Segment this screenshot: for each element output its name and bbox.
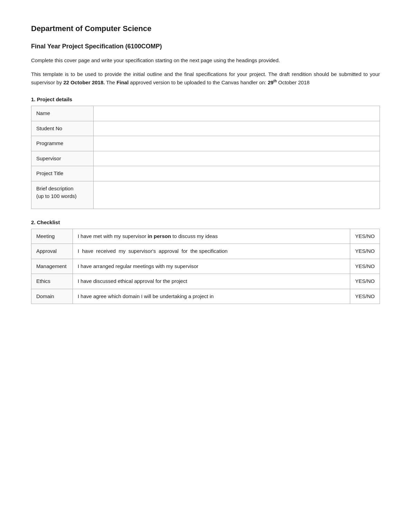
table-row: Project Title — [31, 166, 380, 181]
table-row: Management I have arranged regular meeti… — [31, 259, 380, 274]
intro2-text4: October 2018 — [277, 79, 309, 85]
checklist-label-meeting: Meeting — [31, 229, 73, 244]
page-title: Department of Computer Science — [31, 24, 380, 33]
intro-paragraph-2: This template is to be used to provide t… — [31, 70, 380, 87]
table-row: Brief description(up to 100 words) — [31, 181, 380, 209]
field-value-studentno[interactable] — [94, 121, 380, 136]
checklist-status-ethics: YES/NO — [350, 274, 380, 289]
field-label-name: Name — [31, 106, 94, 121]
table-row: Approval I have received my supervisor's… — [31, 244, 380, 259]
field-value-name[interactable] — [94, 106, 380, 121]
field-value-project-title[interactable] — [94, 166, 380, 181]
section2-heading: 2. Checklist — [31, 219, 380, 225]
checklist-desc-domain: I have agree which domain I will be unde… — [73, 289, 350, 304]
checklist-label-approval: Approval — [31, 244, 73, 259]
field-label-description: Brief description(up to 100 words) — [31, 181, 94, 209]
checklist-label-ethics: Ethics — [31, 274, 73, 289]
checklist-status-meeting: YES/NO — [350, 229, 380, 244]
project-details-table: Name Student No Programme Supervisor Pro… — [31, 106, 380, 209]
table-row: Programme — [31, 136, 380, 151]
checklist-status-domain: YES/NO — [350, 289, 380, 304]
field-value-programme[interactable] — [94, 136, 380, 151]
field-value-supervisor[interactable] — [94, 151, 380, 166]
section1-heading: 1. Project details — [31, 96, 380, 102]
intro2-text3: approved version to be uploaded to the C… — [128, 79, 268, 85]
checklist-desc-meeting: I have met with my supervisor in person … — [73, 229, 350, 244]
field-label-programme: Programme — [31, 136, 94, 151]
checklist-table: Meeting I have met with my supervisor in… — [31, 229, 380, 304]
table-row: Ethics I have discussed ethical approval… — [31, 274, 380, 289]
checklist-label-domain: Domain — [31, 289, 73, 304]
checklist-status-management: YES/NO — [350, 259, 380, 274]
intro2-date2: 29th — [268, 79, 277, 85]
field-label-supervisor: Supervisor — [31, 151, 94, 166]
intro2-text2: The — [105, 79, 116, 85]
page-subtitle: Final Year Project Specification (6100CO… — [31, 43, 380, 50]
table-row: Name — [31, 106, 380, 121]
checklist-status-approval: YES/NO — [350, 244, 380, 259]
intro-paragraph-1: Complete this cover page and write your … — [31, 56, 380, 65]
table-row: Domain I have agree which domain I will … — [31, 289, 380, 304]
checklist-desc-approval: I have received my supervisor's approval… — [73, 244, 350, 259]
field-value-description[interactable] — [94, 181, 380, 209]
field-label-project-title: Project Title — [31, 166, 94, 181]
checklist-desc-ethics: I have discussed ethical approval for th… — [73, 274, 350, 289]
checklist-desc-management: I have arranged regular meetings with my… — [73, 259, 350, 274]
field-label-studentno: Student No — [31, 121, 94, 136]
intro2-final: Final — [116, 79, 128, 85]
checklist-label-management: Management — [31, 259, 73, 274]
table-row: Student No — [31, 121, 380, 136]
table-row: Supervisor — [31, 151, 380, 166]
table-row: Meeting I have met with my supervisor in… — [31, 229, 380, 244]
intro2-date1: 22 October 2018. — [63, 79, 105, 85]
